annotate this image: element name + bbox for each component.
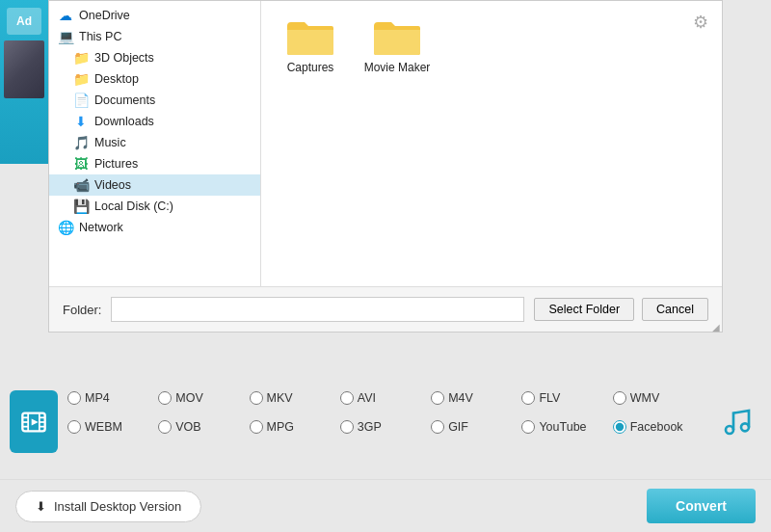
format-option-wmv[interactable]: WMV — [613, 384, 704, 412]
folder-icon — [372, 16, 422, 57]
resize-handle[interactable]: ◢ — [712, 322, 722, 332]
format-radio-m4v[interactable] — [431, 391, 444, 405]
format-label-mov: MOV — [175, 391, 202, 405]
tree-item-network[interactable]: 🌐 Network — [49, 217, 260, 238]
folder-input[interactable] — [111, 297, 524, 322]
format-radio-3gp[interactable] — [340, 420, 354, 434]
format-radio-mpg[interactable] — [250, 420, 263, 434]
film-icon — [10, 390, 58, 453]
format-radio-flv[interactable] — [521, 391, 535, 405]
tree-label-thispc: This PC — [79, 30, 121, 43]
tree-icon-thispc: 💻 — [57, 29, 74, 44]
format-option-mpg[interactable]: MPG — [250, 412, 340, 441]
tree-icon-localdisk: 💾 — [72, 199, 90, 214]
format-option-m4v[interactable]: M4V — [431, 384, 521, 412]
tree-icon-videos: 📹 — [72, 177, 90, 193]
folder-label: Folder: — [63, 303, 101, 317]
music-icon — [713, 390, 761, 453]
tree-label-documents: Documents — [94, 93, 155, 107]
format-option-gif[interactable]: GIF — [431, 412, 521, 441]
dialog-body: ☁ OneDrive 💻 This PC 📁 3D Objects 📁 Desk… — [49, 1, 722, 286]
tree-item-onedrive[interactable]: ☁ OneDrive — [49, 5, 260, 26]
tree-item-3dobjects[interactable]: 📁 3D Objects — [49, 47, 260, 68]
tree-icon-onedrive: ☁ — [57, 8, 74, 23]
folder-icon — [285, 16, 335, 57]
format-option-webm[interactable]: WEBM — [67, 412, 158, 441]
format-label-mpg: MPG — [267, 420, 294, 434]
format-option-facebook[interactable]: Facebook — [613, 412, 704, 441]
format-option-mov[interactable]: MOV — [158, 384, 249, 412]
tree-label-videos: Videos — [94, 178, 131, 192]
format-radio-mkv[interactable] — [250, 391, 263, 405]
format-option-flv[interactable]: FLV — [521, 384, 612, 412]
format-label-wmv: WMV — [630, 391, 660, 405]
tree-icon-pictures: 🖼 — [72, 156, 90, 172]
add-button[interactable]: Ad — [7, 8, 41, 35]
tree-label-music: Music — [94, 136, 126, 149]
tree-label-downloads: Downloads — [94, 115, 154, 128]
tree-item-documents[interactable]: 📄 Documents — [49, 90, 260, 111]
svg-marker-9 — [32, 418, 39, 425]
format-radio-youtube[interactable] — [521, 420, 535, 434]
tree-item-thispc[interactable]: 💻 This PC — [49, 26, 260, 47]
tree-label-pictures: Pictures — [94, 157, 138, 171]
tree-label-desktop: Desktop — [94, 72, 139, 86]
format-option-mkv[interactable]: MKV — [250, 384, 340, 412]
format-label-facebook: Facebook — [630, 420, 683, 434]
format-radio-wmv[interactable] — [613, 391, 626, 405]
tree-icon-desktop: 📁 — [72, 71, 90, 87]
tree-item-videos[interactable]: 📹 Videos — [49, 174, 260, 196]
tree-label-onedrive: OneDrive — [79, 9, 130, 22]
install-label: Install Desktop Version — [54, 499, 181, 514]
tree-label-3dobjects: 3D Objects — [94, 51, 154, 65]
format-radio-avi[interactable] — [340, 391, 354, 405]
app-sidebar: Ad — [0, 0, 48, 164]
format-options: MP4MOVMKVAVIM4VFLVWMVWEBMVOBMPG3GPGIFYou… — [67, 384, 704, 441]
folder-label-captures: Captures — [287, 61, 334, 74]
folder-item-movie-maker[interactable]: Movie Maker — [363, 16, 431, 74]
gear-icon[interactable]: ⚙ — [687, 9, 714, 36]
folder-item-captures[interactable]: Captures — [277, 16, 344, 74]
format-option-vob[interactable]: VOB — [158, 412, 249, 441]
format-option-3gp[interactable]: 3GP — [340, 412, 431, 441]
format-radio-mov[interactable] — [158, 391, 172, 405]
tree-icon-3dobjects: 📁 — [72, 50, 90, 66]
select-folder-button[interactable]: Select Folder — [534, 298, 634, 321]
file-panel: Captures Movie Maker — [261, 1, 722, 286]
format-label-mkv: MKV — [267, 391, 293, 405]
tree-icon-music: 🎵 — [72, 135, 90, 150]
format-radio-mp4[interactable] — [67, 391, 81, 405]
tree-label-localdisk: Local Disk (C:) — [94, 200, 173, 213]
tree-icon-network: 🌐 — [57, 220, 74, 235]
file-browser-dialog: ⚙ ☁ OneDrive 💻 This PC 📁 3D Objects 📁 De… — [48, 0, 723, 332]
format-label-webm: WEBM — [85, 420, 122, 434]
format-radio-facebook[interactable] — [613, 420, 626, 434]
tree-item-pictures[interactable]: 🖼 Pictures — [49, 153, 260, 174]
cancel-button[interactable]: Cancel — [642, 298, 708, 321]
format-option-mp4[interactable]: MP4 — [67, 384, 158, 412]
format-option-avi[interactable]: AVI — [340, 384, 431, 412]
tree-item-desktop[interactable]: 📁 Desktop — [49, 68, 260, 90]
footer-buttons: Select Folder Cancel — [534, 298, 708, 321]
format-label-mp4: MP4 — [85, 391, 110, 405]
convert-button[interactable]: Convert — [647, 489, 756, 523]
format-radio-vob[interactable] — [158, 420, 172, 434]
format-label-youtube: YouTube — [539, 420, 586, 434]
tree-item-music[interactable]: 🎵 Music — [49, 132, 260, 153]
tree-item-downloads[interactable]: ⬇ Downloads — [49, 111, 260, 132]
svg-point-10 — [726, 426, 733, 434]
format-label-avi: AVI — [358, 391, 376, 405]
format-radio-gif[interactable] — [431, 420, 444, 434]
format-radio-webm[interactable] — [67, 420, 81, 434]
format-label-vob: VOB — [175, 420, 200, 434]
format-label-3gp: 3GP — [358, 420, 382, 434]
format-option-youtube[interactable]: YouTube — [521, 412, 612, 441]
install-button[interactable]: ⬇ Install Desktop Version — [15, 491, 201, 522]
video-thumbnail — [4, 40, 44, 98]
download-icon: ⬇ — [36, 499, 46, 514]
tree-item-localdisk[interactable]: 💾 Local Disk (C:) — [49, 196, 260, 217]
format-label-flv: FLV — [539, 391, 560, 405]
format-label-gif: GIF — [448, 420, 468, 434]
tree-icon-downloads: ⬇ — [72, 114, 90, 129]
folder-tree: ☁ OneDrive 💻 This PC 📁 3D Objects 📁 Desk… — [49, 1, 261, 286]
